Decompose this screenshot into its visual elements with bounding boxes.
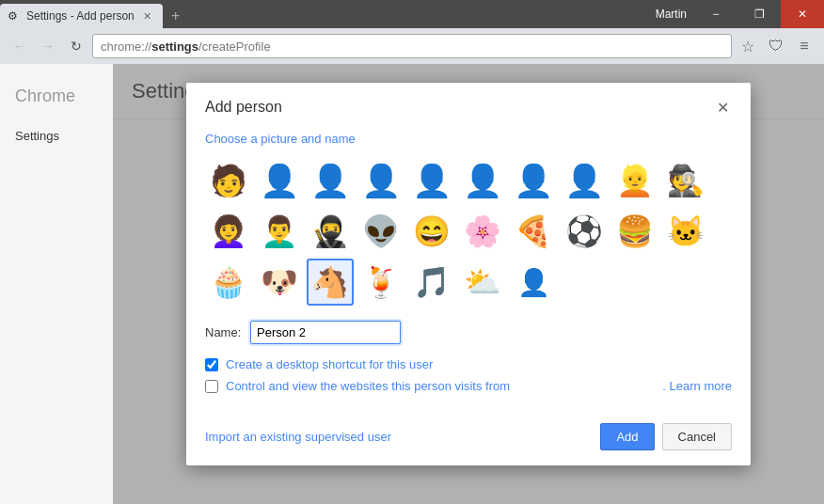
add-person-dialog: Add person ✕ Choose a picture and name 🧑… (186, 83, 751, 465)
avatar-23[interactable]: 🐴 (307, 259, 354, 306)
url-display: chrome://settings/createProfile (101, 39, 271, 54)
avatar-16[interactable]: 🌸 (459, 208, 506, 255)
avatar-21[interactable]: 🧁 (205, 259, 252, 306)
learn-more-dot: . (662, 379, 669, 393)
supervised-user-row: Control and view the websites this perso… (205, 379, 732, 393)
sidebar-brand: Chrome (0, 79, 113, 114)
avatar-25[interactable]: 🎵 (408, 259, 455, 306)
avatar-6[interactable]: 👤 (459, 157, 506, 204)
minimize-button[interactable]: − (694, 0, 737, 28)
name-input[interactable] (250, 321, 401, 344)
learn-more-link[interactable]: . Learn more (662, 379, 732, 393)
desktop-shortcut-row: Create a desktop shortcut for this user (205, 357, 732, 371)
avatar-9[interactable]: 👱 (611, 157, 658, 204)
sidebar-item-settings[interactable]: Settings (0, 121, 113, 150)
url-host: settings (151, 39, 198, 54)
cancel-button[interactable]: Cancel (662, 423, 732, 450)
tab-strip: ⚙ Settings - Add person ✕ + (0, 0, 189, 28)
avatar-13[interactable]: 🥷 (307, 208, 354, 255)
avatar-4[interactable]: 👤 (357, 157, 404, 204)
avatar-20[interactable]: 🐱 (662, 208, 709, 255)
name-label: Name: (205, 325, 243, 339)
supervised-label: Control and view the websites this perso… (226, 379, 510, 393)
modal-close-button[interactable]: ✕ (713, 98, 732, 117)
main-area: Chrome Settings Settings Add person ✕ Ch… (0, 64, 824, 504)
bookmark-button[interactable]: ☆ (736, 34, 760, 58)
choose-picture-subtitle: Choose a picture and name (205, 132, 732, 146)
url-path: /createProfile (198, 39, 271, 54)
modal-title: Add person (205, 99, 282, 116)
avatar-3[interactable]: 👤 (307, 157, 354, 204)
desktop-shortcut-label: Create a desktop shortcut for this user (226, 357, 433, 371)
footer-buttons: Add Cancel (600, 423, 732, 450)
active-tab[interactable]: ⚙ Settings - Add person ✕ (0, 4, 163, 28)
tab-close-button[interactable]: ✕ (140, 8, 155, 24)
avatar-26[interactable]: ⛅ (459, 259, 506, 306)
modal-footer: Import an existing supervised user Add C… (186, 416, 751, 465)
tab-title: Settings - Add person (26, 9, 135, 23)
forward-button[interactable]: → (36, 34, 60, 58)
title-bar-right: Martin − ❐ ✕ (648, 0, 824, 28)
avatar-14[interactable]: 👽 (357, 208, 404, 255)
avatar-1[interactable]: 🧑 (205, 157, 252, 204)
avatar-11[interactable]: 👩‍🦱 (205, 208, 252, 255)
avatar-18[interactable]: ⚽ (561, 208, 608, 255)
modal-body: Choose a picture and name 🧑 👤 👤 👤 👤 👤 👤 … (186, 124, 751, 416)
avatar-24[interactable]: 🍹 (357, 259, 404, 306)
desktop-shortcut-checkbox[interactable] (205, 358, 218, 371)
avatar-8[interactable]: 👤 (561, 157, 608, 204)
avatar-7[interactable]: 👤 (510, 157, 557, 204)
avatar-12[interactable]: 👨‍🦱 (256, 208, 303, 255)
close-button[interactable]: ✕ (781, 0, 824, 28)
reload-button[interactable]: ↻ (64, 34, 88, 58)
avatar-27[interactable]: 👤 (510, 259, 557, 306)
avatar-grid: 🧑 👤 👤 👤 👤 👤 👤 👤 👱 🕵️ 👩‍🦱 👨‍🦱 (205, 157, 732, 306)
avatar-2[interactable]: 👤 (256, 157, 303, 204)
tab-favicon: ⚙ (8, 9, 21, 23)
user-name: Martin (648, 8, 694, 21)
import-supervised-link[interactable]: Import an existing supervised user (205, 430, 391, 444)
sidebar: Chrome Settings (0, 64, 113, 504)
add-button[interactable]: Add (600, 423, 654, 450)
new-tab-button[interactable]: + (163, 4, 189, 28)
maximize-button[interactable]: ❐ (737, 0, 781, 28)
title-bar-left: ⚙ Settings - Add person ✕ + (0, 0, 648, 28)
avatar-5[interactable]: 👤 (408, 157, 455, 204)
back-button[interactable]: ← (8, 34, 32, 58)
extensions-button[interactable]: 🛡 (764, 34, 788, 58)
modal-header: Add person ✕ (186, 83, 751, 124)
supervised-checkbox[interactable] (205, 380, 218, 393)
address-input[interactable]: chrome://settings/createProfile (92, 34, 732, 58)
avatar-15[interactable]: 😄 (408, 208, 455, 255)
avatar-22[interactable]: 🐶 (256, 259, 303, 306)
title-bar: ⚙ Settings - Add person ✕ + Martin − ❐ ✕ (0, 0, 824, 28)
avatar-17[interactable]: 🍕 (510, 208, 557, 255)
name-row: Name: (205, 321, 732, 344)
modal-overlay: Add person ✕ Choose a picture and name 🧑… (113, 64, 824, 504)
address-bar: ← → ↻ chrome://settings/createProfile ☆ … (0, 28, 824, 64)
menu-button[interactable]: ≡ (792, 34, 816, 58)
url-scheme: chrome:// (101, 39, 151, 54)
avatar-10[interactable]: 🕵️ (662, 157, 709, 204)
avatar-19[interactable]: 🍔 (611, 208, 658, 255)
page-content: Settings Add person ✕ Choose a picture a… (113, 64, 824, 504)
